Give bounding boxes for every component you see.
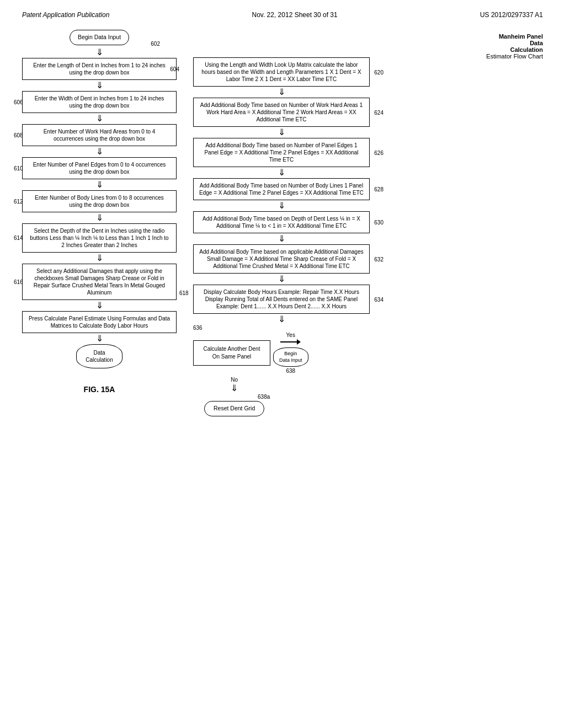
step626-box: Add Additional Body Time based on Number…	[193, 138, 370, 167]
begin-data-input-section: Begin Data Input 602	[22, 30, 177, 47]
label-636: 636	[193, 325, 202, 331]
step604-wrapper: Enter the Length of Dent in Inches from …	[22, 58, 177, 80]
step626-wrapper: Add Additional Body Time based on Number…	[193, 138, 370, 167]
arrow8: ⇓	[96, 301, 103, 310]
label-608: 608	[14, 132, 23, 138]
label-620: 620	[374, 69, 383, 75]
label-638a: 638a	[258, 394, 270, 400]
label-632: 632	[374, 256, 383, 262]
yes-label: Yes	[286, 332, 295, 338]
step616-wrapper: 616 Select any Additional Damages that a…	[22, 264, 177, 300]
r-arrow3: ⇓	[278, 168, 285, 177]
step628-wrapper: Add Additional Body Time based on Number…	[193, 178, 370, 200]
step628-box: Add Additional Body Time based on Number…	[193, 178, 370, 200]
label-606: 606	[14, 99, 23, 105]
calc-another-box: Calculate Another Dent On Same Panel	[193, 340, 270, 366]
step620-wrapper: Using the Length and Width Look Up Matri…	[193, 57, 370, 87]
label-610: 610	[14, 165, 23, 171]
step624-box: Add Additional Body Time based on Number…	[193, 98, 370, 127]
r-arrow6: ⇓	[278, 275, 285, 283]
label-628: 628	[374, 186, 383, 192]
bottom-decision-area: 636 Calculate Another Dent On Same Panel…	[193, 325, 370, 416]
r-arrow2: ⇓	[278, 128, 285, 137]
label-634: 634	[374, 296, 383, 302]
begin-data-input-oval: Begin Data Input	[273, 347, 308, 367]
arrow4: ⇓	[96, 147, 103, 156]
label-624: 624	[374, 109, 383, 115]
arrow1: ⇓	[96, 48, 103, 57]
step612-wrapper: 612 Enter Number of Body Lines from 0 to…	[22, 190, 177, 212]
label636-row: 636	[193, 325, 370, 331]
r-arrow4: ⇓	[278, 201, 285, 210]
arrow6: ⇓	[96, 213, 103, 222]
decision-row: Calculate Another Dent On Same Panel Yes…	[193, 332, 370, 374]
step620-box: Using the Length and Width Look Up Matri…	[193, 57, 370, 87]
header-publication: Patent Application Publication	[22, 11, 109, 19]
label-602: 602	[151, 41, 160, 47]
page-header: Patent Application Publication Nov. 22, …	[22, 11, 543, 19]
begin-data-input-box: Begin Data Input	[70, 30, 129, 45]
step632-wrapper: Add Additional Body Time based on applic…	[193, 244, 370, 274]
step610-box: Enter Number of Panel Edges from 0 to 4 …	[22, 157, 177, 179]
step608-box: Enter Number of Work Hard Areas from 0 t…	[22, 124, 177, 146]
step634-box: Display Calculate Body Hours Example: Re…	[193, 285, 370, 314]
reset-dent-grid-oval: Reset Dent Grid	[204, 401, 264, 416]
arrow7: ⇓	[96, 254, 103, 263]
header-date: Nov. 22, 2012 Sheet 30 of 31	[252, 11, 337, 19]
no-branch-area: No ⇓ 638a Reset Dent Grid	[193, 377, 370, 416]
r-arrow1: ⇓	[278, 88, 285, 97]
right-column: Using the Length and Width Look Up Matri…	[193, 57, 370, 416]
yes-arrow	[280, 339, 301, 345]
step614-box: Select the Depth of the Dent in Inches u…	[22, 223, 177, 253]
header-patent: US 2012/0297337 A1	[480, 11, 543, 19]
r-arrow7: ⇓	[278, 315, 285, 324]
no-label: No	[231, 377, 238, 383]
no-branch: No ⇓ 638a Reset Dent Grid	[204, 377, 264, 416]
step614-wrapper: 614 Select the Depth of the Dent in Inch…	[22, 223, 177, 253]
step610-wrapper: 610 Enter Number of Panel Edges from 0 t…	[22, 157, 177, 179]
step634-wrapper: 618 Display Calculate Body Hours Example…	[193, 285, 370, 314]
arrow2: ⇓	[96, 81, 103, 90]
data-calc-oval-section: Data Calculation	[22, 344, 177, 368]
arrow3: ⇓	[96, 114, 103, 123]
left-column: Begin Data Input 602 ⇓ Enter the Length …	[22, 30, 177, 394]
step630-box: Add Additional Body Time based on Depth …	[193, 211, 370, 233]
step630-wrapper: Add Additional Body Time based on Depth …	[193, 211, 370, 233]
calc-another-section: Calculate Another Dent On Same Panel	[193, 340, 270, 366]
label-614: 614	[14, 235, 23, 241]
label-616: 616	[14, 279, 23, 285]
step604-box: Enter the Length of Dent in Inches from …	[22, 58, 177, 80]
press-calc-box: Press Calculate Panel Estimate Using For…	[22, 311, 177, 333]
step608-wrapper: 608 Enter Number of Work Hard Areas from…	[22, 124, 177, 146]
arrow9: ⇓	[96, 334, 103, 343]
step632-box: Add Additional Body Time based on applic…	[193, 244, 370, 274]
fig-label: FIG. 15A	[84, 385, 115, 394]
label-618: 618	[179, 290, 189, 296]
no-arrow: ⇓	[231, 384, 238, 393]
arrow5: ⇓	[96, 180, 103, 189]
label-604: 604	[170, 66, 179, 72]
r-arrow5: ⇓	[278, 234, 285, 243]
label-626: 626	[374, 149, 383, 156]
yes-branch: Yes Begin Data Input 638	[273, 332, 308, 374]
flowchart: Begin Data Input 602 ⇓ Enter the Length …	[22, 30, 543, 416]
page: Patent Application Publication Nov. 22, …	[0, 0, 565, 728]
label-612: 612	[14, 198, 23, 204]
step612-box: Enter Number of Body Lines from 0 to 8 o…	[22, 190, 177, 212]
step616-box: Select any Additional Damages that apply…	[22, 264, 177, 300]
data-calc-oval: Data Calculation	[76, 344, 122, 368]
press-calc-wrapper: Press Calculate Panel Estimate Using For…	[22, 311, 177, 333]
step624-wrapper: Add Additional Body Time based on Number…	[193, 98, 370, 127]
label-630: 630	[374, 220, 383, 226]
step606-wrapper: 606 Enter the Width of Dent in Inches fr…	[22, 91, 177, 113]
label-638: 638	[286, 368, 295, 374]
step606-box: Enter the Width of Dent in Inches from 1…	[22, 91, 177, 113]
